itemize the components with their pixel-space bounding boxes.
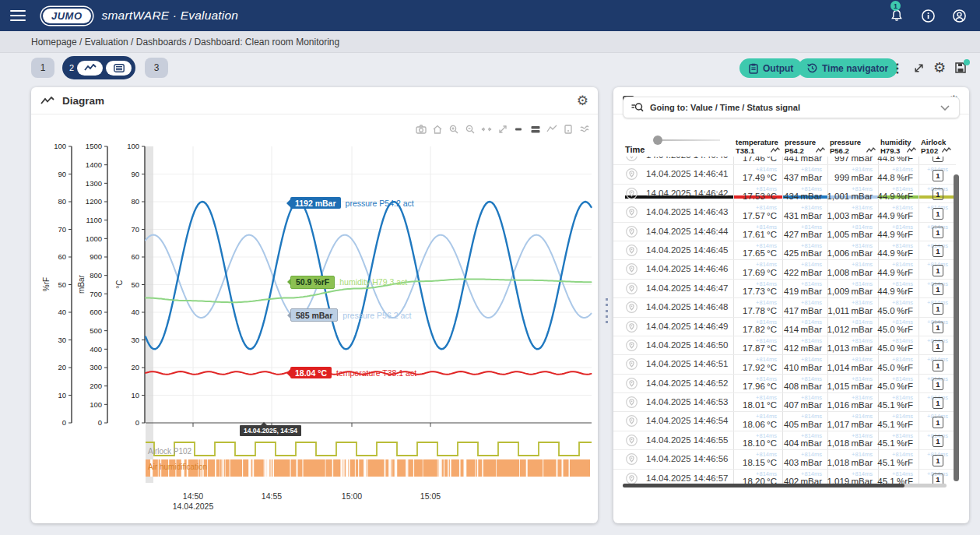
table-row[interactable]: 14.04.2025 14:46:48+814ms17.78 °C+814ms4…: [613, 298, 956, 317]
measurement-value: 17.82 °C: [743, 325, 777, 334]
hover-closest-icon[interactable]: [530, 124, 541, 135]
zoom-out-icon[interactable]: [465, 124, 476, 135]
reset-axes-icon[interactable]: [497, 124, 508, 135]
map-pin-icon[interactable]: [626, 168, 638, 183]
digital-state-box: 1: [933, 435, 943, 447]
toggle-box-icon[interactable]: [563, 124, 574, 135]
time-slider-knob[interactable]: [653, 136, 662, 145]
table-row[interactable]: 14.04.2025 14:46:56+814ms18.15 °C+814ms4…: [613, 450, 956, 469]
svg-text:14:50: 14:50: [183, 491, 203, 501]
table-row[interactable]: 14.04.2025 14:46:49+814ms17.82 °C+814ms4…: [613, 318, 956, 336]
column-header-p56.2[interactable]: pressureP56.2: [830, 139, 861, 155]
chevron-down-icon[interactable]: [940, 105, 950, 111]
table-row[interactable]: 14.04.2025 14:46:40+814ms17.46 °C+814ms4…: [613, 157, 956, 165]
map-pin-icon[interactable]: [626, 435, 638, 449]
value-cell: +814ms441 mBar: [782, 157, 827, 164]
toolbar-row: 1 2 3 Output Time navigator ⋮ ⚙: [0, 56, 980, 81]
table-view-toggle[interactable]: [106, 61, 132, 76]
table-row[interactable]: 14.04.2025 14:46:43+814ms17.57 °C+814ms4…: [613, 203, 956, 222]
table-row[interactable]: 14.04.2025 14:46:50+814ms17.87 °C+814ms4…: [613, 336, 956, 355]
table-row[interactable]: 14.04.2025 14:46:54+814ms18.06 °C+814ms4…: [613, 412, 956, 431]
sparkline-icon[interactable]: [942, 147, 951, 156]
map-pin-icon[interactable]: [626, 358, 638, 373]
diagram-view-toggle[interactable]: [77, 61, 103, 76]
map-pin-icon[interactable]: [626, 206, 638, 221]
tab-2-active[interactable]: 2: [62, 56, 135, 79]
map-pin-icon[interactable]: [626, 301, 638, 316]
camera-icon[interactable]: [416, 124, 427, 135]
tab-3[interactable]: 3: [145, 58, 168, 78]
info-icon[interactable]: [918, 5, 938, 26]
value-cell: +814ms17.82 °C: [733, 318, 782, 336]
sparkline-icon[interactable]: [866, 147, 876, 156]
table-row[interactable]: 14.04.2025 14:46:55+814ms18.10 °C+814ms4…: [613, 431, 956, 450]
table-row[interactable]: 14.04.2025 14:46:46+814ms17.69 °C+814ms4…: [613, 260, 956, 279]
time-navigator-button[interactable]: Time navigator: [798, 58, 897, 78]
time-slider-track[interactable]: [658, 139, 720, 141]
map-pin-icon[interactable]: [626, 245, 638, 259]
autoscale-icon[interactable]: [481, 124, 492, 135]
table-row[interactable]: 14.04.2025 14:46:44+814ms17.61 °C+814ms4…: [613, 223, 956, 241]
column-header-h79.3[interactable]: humidityH79.3: [880, 139, 912, 155]
column-header-p54.2[interactable]: pressureP54.2: [785, 139, 816, 155]
value-cell: +814ms18.20 °C: [733, 470, 782, 484]
svg-text:1400: 1400: [86, 160, 102, 169]
table-row[interactable]: 14.04.2025 14:46:47+814ms17.73 °C+814ms4…: [613, 280, 956, 298]
user-account-icon[interactable]: [949, 5, 969, 26]
map-pin-icon[interactable]: [626, 340, 638, 354]
output-button[interactable]: Output: [739, 58, 803, 78]
table-body: 14.04.2025 14:46:40+814ms17.46 °C+814ms4…: [613, 157, 956, 484]
settings-gear-icon[interactable]: ⚙: [930, 58, 949, 77]
table-row[interactable]: 14.04.2025 14:46:51+814ms17.92 °C+814ms4…: [613, 355, 956, 374]
svg-text:10: 10: [58, 391, 66, 399]
tab-1[interactable]: 1: [31, 58, 54, 78]
diagram-chart-area[interactable]: 0102030405060708090100%rF010020030040050…: [31, 114, 598, 523]
value-cell: +814ms1,015 mBar: [827, 375, 878, 392]
map-pin-icon[interactable]: [626, 283, 638, 297]
fullscreen-expand-icon[interactable]: [909, 58, 928, 77]
table-row[interactable]: 14.04.2025 14:46:57+814ms18.20 °C+814ms4…: [613, 470, 956, 484]
map-pin-icon[interactable]: [626, 226, 638, 241]
spikelines-icon[interactable]: [579, 124, 590, 135]
home-icon[interactable]: [432, 124, 443, 135]
zoom-in-icon[interactable]: [448, 124, 459, 135]
goto-search-bar[interactable]: Going to: Value / Time / Status signal: [623, 97, 960, 118]
table-row[interactable]: 14.04.2025 14:46:53+814ms18.01 °C+814ms4…: [613, 393, 956, 412]
map-pin-icon[interactable]: [626, 321, 638, 336]
panel-resize-handle[interactable]: [604, 298, 609, 323]
diagram-settings-gear-icon[interactable]: ⚙: [577, 94, 588, 107]
vertical-scrollbar[interactable]: [954, 174, 959, 481]
table-row[interactable]: 14.04.2025 14:46:42+814ms17.53 °C+814ms4…: [613, 185, 956, 203]
value-cell: +814ms18.15 °C: [733, 450, 782, 468]
table-row[interactable]: 14.04.2025 14:46:45+814ms17.65 °C+814ms4…: [613, 241, 956, 260]
map-pin-icon[interactable]: [626, 157, 638, 164]
hamburger-menu-icon[interactable]: [10, 10, 26, 21]
map-pin-icon[interactable]: [626, 415, 638, 430]
map-pin-icon[interactable]: [626, 396, 638, 411]
table-row[interactable]: 14.04.2025 14:46:52+814ms17.96 °C+814ms4…: [613, 375, 956, 393]
horizontal-scrollbar-track[interactable]: [623, 484, 947, 487]
map-pin-icon[interactable]: [626, 263, 638, 278]
save-layout-icon[interactable]: [951, 58, 970, 77]
svg-text:0: 0: [62, 418, 66, 427]
svg-text:40: 40: [58, 308, 66, 316]
column-header-t38.1[interactable]: temperatureT38.1: [736, 139, 778, 155]
sparkline-icon[interactable]: [771, 147, 780, 156]
row-timestamp: 14.04.2025 14:46:42: [646, 185, 729, 202]
notifications-bell-icon[interactable]: 1: [887, 5, 907, 26]
horizontal-scrollbar[interactable]: [623, 484, 904, 487]
hover-compare-icon[interactable]: [514, 124, 525, 135]
toggle-line-icon[interactable]: [546, 124, 557, 135]
map-pin-icon[interactable]: [626, 188, 638, 202]
sparkline-icon[interactable]: [816, 147, 825, 156]
diagram-chart[interactable]: 0102030405060708090100%rF010020030040050…: [31, 114, 598, 519]
measurement-value: 44.9 %rF: [877, 268, 913, 277]
map-pin-icon[interactable]: [626, 473, 638, 484]
map-pin-icon[interactable]: [626, 453, 638, 468]
table-row[interactable]: 14.04.2025 14:46:41+814ms17.49 °C+814ms4…: [613, 165, 956, 184]
sparkline-icon[interactable]: [907, 147, 916, 156]
breadcrumb[interactable]: Homepage / Evaluation / Dashboards / Das…: [0, 31, 980, 53]
kebab-menu-icon[interactable]: ⋮: [888, 58, 907, 77]
map-pin-icon[interactable]: [626, 378, 638, 392]
column-header-p102[interactable]: AirlockP102: [921, 139, 946, 155]
